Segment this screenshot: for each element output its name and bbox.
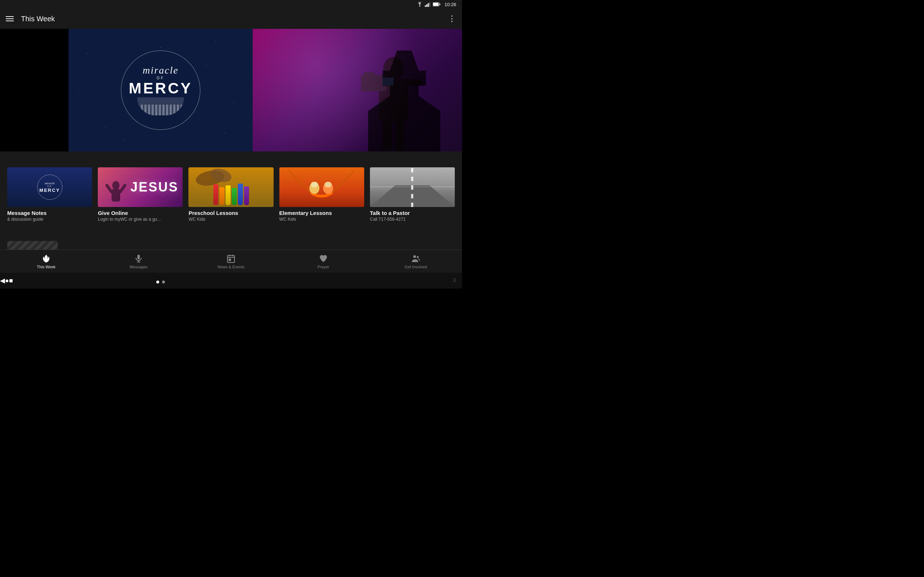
card-subtitle-message-notes: & discussion guide [7, 217, 92, 222]
svg-rect-16 [383, 77, 393, 85]
wifi-icon [417, 2, 423, 7]
calendar-icon [226, 254, 236, 263]
card-title-preschool: Preschool Lessons [188, 210, 273, 216]
svg-rect-6 [433, 3, 439, 6]
hamburger-line-1 [6, 16, 14, 17]
svg-point-0 [419, 6, 420, 7]
crayon-orange [220, 187, 225, 205]
svg-line-19 [107, 185, 111, 192]
people-icon [411, 254, 420, 263]
card-title-elementary: Elementary Lessons [279, 210, 364, 216]
carousel-dot-2[interactable] [162, 280, 165, 284]
svg-rect-11 [404, 79, 422, 86]
crayon-green [232, 188, 237, 205]
card-talk-to-pastor[interactable]: Talk to a Pastor Call 717-656-4271 [370, 167, 455, 222]
road-art [370, 167, 455, 207]
card-message-notes[interactable]: miracle OF MERCY Message Notes & discuss… [7, 167, 92, 222]
svg-rect-1 [425, 5, 426, 7]
hero-slide-1[interactable]: miracle OF MERCY [69, 29, 253, 152]
more-options-button[interactable]: ⋮ [448, 14, 456, 23]
card-title-pastor: Talk to a Pastor [370, 210, 455, 216]
svg-line-20 [120, 185, 125, 192]
hammock-art [279, 167, 364, 207]
time-display: 10:26 [444, 2, 456, 7]
nav-label-prayer: Prayer [318, 265, 329, 269]
card-title-message-notes: Message Notes [7, 210, 92, 216]
heart-icon [319, 254, 328, 263]
page-title: This Week [21, 15, 55, 23]
app-bar: This Week ⋮ [0, 9, 462, 29]
svg-rect-9 [379, 79, 408, 122]
mic-icon [134, 254, 143, 263]
svg-point-35 [413, 255, 416, 258]
miracle-of-mercy-artwork: miracle OF MERCY [121, 50, 200, 130]
hero-slide-2[interactable] [253, 29, 462, 152]
nav-item-news-events[interactable]: News & Events [185, 254, 277, 269]
cityscape-decoration [137, 97, 184, 115]
card-subtitle-give-online: Login to myWC or give as a gu… [98, 217, 183, 222]
signal-icon [425, 2, 431, 7]
svg-rect-15 [395, 119, 404, 151]
flame-icon [42, 254, 51, 263]
jesus-text: JESUS [130, 180, 178, 195]
mercy-text: MERCY [129, 81, 193, 96]
crayons-art [213, 184, 249, 205]
worship-silhouette [105, 178, 127, 207]
nav-item-get-involved[interactable]: Get Involved [370, 254, 462, 269]
card-preschool-lessons[interactable]: Preschool Lessons WC Kids [188, 167, 273, 222]
mini-of-text: OF [47, 185, 52, 187]
cards-section: miracle OF MERCY Message Notes & discuss… [0, 160, 462, 222]
hamburger-menu-button[interactable] [6, 16, 14, 21]
carousel-dot-1[interactable] [156, 280, 159, 284]
of-text: OF [157, 76, 165, 80]
hamburger-line-3 [6, 21, 14, 21]
card-title-give-online: Give Online [98, 210, 183, 216]
svg-point-26 [325, 182, 332, 187]
nav-label-messages: Messages [129, 265, 148, 269]
mini-miracle-text: miracle [45, 181, 55, 185]
card-image-elementary [279, 167, 364, 207]
camera-person-silhouette [354, 47, 433, 152]
crayon-red [213, 184, 218, 205]
bottom-nav: This Week Messages News & Events Prayer [0, 250, 462, 272]
svg-rect-34 [229, 259, 231, 260]
crayon-blue [238, 184, 243, 205]
crayon-yellow [226, 185, 231, 205]
svg-rect-2 [426, 4, 427, 7]
recents-button[interactable]: ■ [9, 277, 13, 285]
svg-point-36 [417, 256, 419, 258]
card-subtitle-elementary: WC Kids [279, 217, 364, 222]
battery-icon [433, 2, 441, 6]
road-center-line [411, 167, 413, 207]
nav-label-news-events: News & Events [218, 265, 245, 269]
horizon-line [370, 187, 455, 187]
svg-rect-27 [137, 255, 140, 259]
mercy-card-artwork: miracle OF MERCY [37, 174, 63, 200]
svg-line-22 [333, 171, 354, 193]
crayon-purple [244, 187, 249, 205]
nav-label-get-involved: Get Involved [405, 265, 427, 269]
keyboard-button[interactable]: ⠿ [452, 278, 456, 284]
crayon-box-art [188, 167, 273, 207]
svg-rect-4 [429, 2, 430, 7]
svg-rect-13 [364, 72, 375, 79]
svg-rect-18 [111, 189, 120, 201]
card-image-give-online: JESUS [98, 167, 183, 207]
back-button[interactable]: ◀ [0, 277, 5, 285]
hammock-children-art [286, 167, 358, 207]
card-give-online[interactable]: JESUS Give Online Login to myWC or give … [98, 167, 183, 222]
hamburger-line-2 [6, 18, 14, 19]
nav-item-this-week[interactable]: This Week [0, 254, 92, 269]
home-button[interactable]: ● [5, 277, 9, 285]
svg-line-21 [289, 171, 311, 193]
nav-item-messages[interactable]: Messages [92, 254, 185, 269]
card-elementary-lessons[interactable]: Elementary Lessons WC Kids [279, 167, 364, 222]
status-bar-icons: 10:26 [417, 2, 456, 7]
nav-label-this-week: This Week [37, 265, 56, 269]
hero-right-content [253, 29, 462, 152]
app-bar-left: This Week [6, 15, 55, 23]
svg-rect-14 [383, 119, 392, 151]
svg-rect-3 [428, 3, 429, 7]
nav-item-prayer[interactable]: Prayer [277, 254, 370, 269]
mini-mercy-text: MERCY [39, 187, 60, 193]
